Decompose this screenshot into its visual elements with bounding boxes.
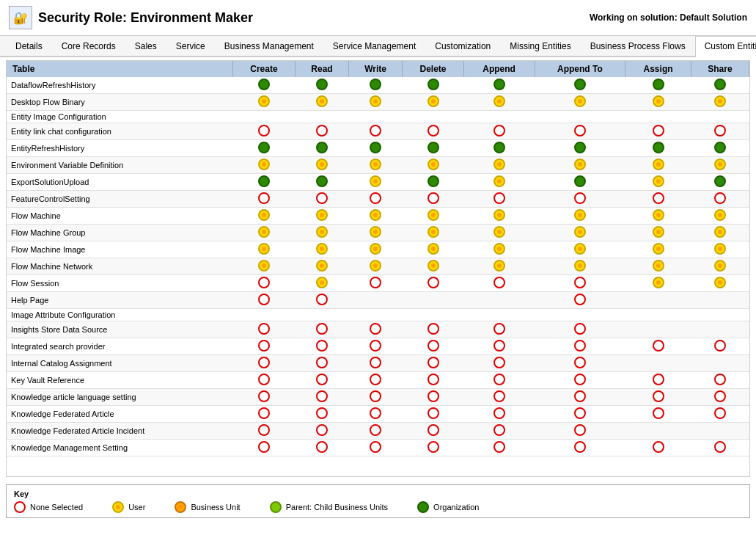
cell-delete[interactable] <box>403 292 463 309</box>
cell-create[interactable] <box>232 372 295 389</box>
tab-details[interactable]: Details <box>6 36 52 56</box>
cell-delete[interactable] <box>403 123 463 140</box>
cell-share[interactable] <box>691 423 749 440</box>
cell-write[interactable] <box>348 338 403 355</box>
cell-share[interactable] <box>691 338 749 355</box>
cell-read[interactable] <box>296 94 349 111</box>
cell-appendTo[interactable] <box>535 423 625 440</box>
cell-append[interactable] <box>463 208 535 225</box>
cell-create[interactable] <box>232 208 295 225</box>
cell-assign[interactable] <box>625 174 691 191</box>
cell-delete[interactable] <box>403 77 463 94</box>
cell-share[interactable] <box>691 94 749 111</box>
cell-appendTo[interactable] <box>535 123 625 140</box>
cell-assign[interactable] <box>625 423 691 440</box>
cell-appendTo[interactable] <box>535 355 625 372</box>
cell-appendTo[interactable] <box>535 208 625 225</box>
tab-core-records[interactable]: Core Records <box>52 36 125 56</box>
cell-delete[interactable] <box>403 389 463 406</box>
cell-delete[interactable] <box>403 309 463 321</box>
cell-appendTo[interactable] <box>535 225 625 241</box>
cell-delete[interactable] <box>403 191 463 208</box>
cell-appendTo[interactable] <box>535 406 625 423</box>
tab-custom-entities[interactable]: Custom Entities <box>695 36 756 57</box>
cell-delete[interactable] <box>403 94 463 111</box>
cell-read[interactable] <box>296 292 349 309</box>
cell-assign[interactable] <box>625 241 691 258</box>
cell-appendTo[interactable] <box>535 174 625 191</box>
cell-share[interactable] <box>691 191 749 208</box>
tab-service[interactable]: Service <box>166 36 215 56</box>
cell-append[interactable] <box>463 225 535 241</box>
cell-write[interactable] <box>348 241 403 258</box>
cell-write[interactable] <box>348 174 403 191</box>
cell-append[interactable] <box>463 321 535 338</box>
cell-write[interactable] <box>348 208 403 225</box>
cell-write[interactable] <box>348 292 403 309</box>
cell-write[interactable] <box>348 406 403 423</box>
cell-write[interactable] <box>348 157 403 174</box>
cell-delete[interactable] <box>403 208 463 225</box>
cell-appendTo[interactable] <box>535 389 625 406</box>
cell-create[interactable] <box>232 77 295 94</box>
cell-create[interactable] <box>232 225 295 241</box>
cell-assign[interactable] <box>625 157 691 174</box>
cell-read[interactable] <box>296 309 349 321</box>
cell-read[interactable] <box>296 258 349 275</box>
cell-assign[interactable] <box>625 406 691 423</box>
cell-share[interactable] <box>691 309 749 321</box>
cell-assign[interactable] <box>625 372 691 389</box>
cell-appendTo[interactable] <box>535 292 625 309</box>
cell-write[interactable] <box>348 440 403 456</box>
cell-appendTo[interactable] <box>535 338 625 355</box>
cell-write[interactable] <box>348 77 403 94</box>
cell-appendTo[interactable] <box>535 372 625 389</box>
cell-read[interactable] <box>296 423 349 440</box>
cell-share[interactable] <box>691 140 749 157</box>
cell-assign[interactable] <box>625 94 691 111</box>
cell-delete[interactable] <box>403 111 463 123</box>
tab-service-management[interactable]: Service Management <box>323 36 425 56</box>
cell-read[interactable] <box>296 321 349 338</box>
cell-read[interactable] <box>296 275 349 292</box>
cell-write[interactable] <box>348 389 403 406</box>
cell-append[interactable] <box>463 423 535 440</box>
cell-read[interactable] <box>296 406 349 423</box>
cell-append[interactable] <box>463 292 535 309</box>
cell-share[interactable] <box>691 258 749 275</box>
cell-append[interactable] <box>463 191 535 208</box>
tab-business-process-flows[interactable]: Business Process Flows <box>581 36 695 56</box>
cell-assign[interactable] <box>625 275 691 292</box>
cell-appendTo[interactable] <box>535 258 625 275</box>
cell-share[interactable] <box>691 355 749 372</box>
cell-write[interactable] <box>348 111 403 123</box>
cell-appendTo[interactable] <box>535 275 625 292</box>
cell-create[interactable] <box>232 174 295 191</box>
cell-delete[interactable] <box>403 258 463 275</box>
cell-create[interactable] <box>232 338 295 355</box>
cell-write[interactable] <box>348 275 403 292</box>
cell-share[interactable] <box>691 208 749 225</box>
cell-appendTo[interactable] <box>535 111 625 123</box>
cell-write[interactable] <box>348 321 403 338</box>
cell-append[interactable] <box>463 94 535 111</box>
cell-read[interactable] <box>296 77 349 94</box>
cell-delete[interactable] <box>403 423 463 440</box>
cell-appendTo[interactable] <box>535 321 625 338</box>
cell-share[interactable] <box>691 225 749 241</box>
cell-share[interactable] <box>691 321 749 338</box>
cell-assign[interactable] <box>625 338 691 355</box>
cell-append[interactable] <box>463 338 535 355</box>
cell-create[interactable] <box>232 241 295 258</box>
cell-read[interactable] <box>296 157 349 174</box>
cell-assign[interactable] <box>625 389 691 406</box>
cell-write[interactable] <box>348 372 403 389</box>
cell-appendTo[interactable] <box>535 241 625 258</box>
cell-delete[interactable] <box>403 338 463 355</box>
cell-append[interactable] <box>463 372 535 389</box>
cell-write[interactable] <box>348 423 403 440</box>
cell-share[interactable] <box>691 123 749 140</box>
cell-create[interactable] <box>232 157 295 174</box>
tab-customization[interactable]: Customization <box>425 36 500 56</box>
cell-assign[interactable] <box>625 258 691 275</box>
